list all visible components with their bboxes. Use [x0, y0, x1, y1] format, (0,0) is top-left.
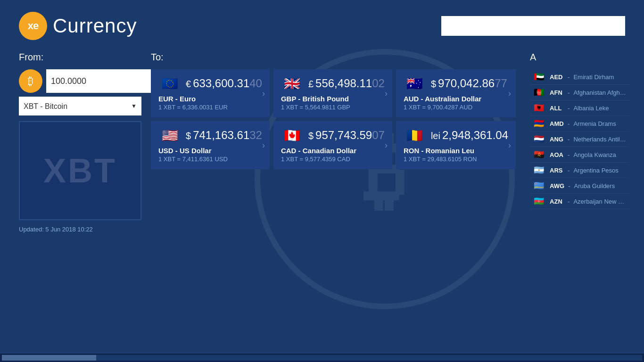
list-item[interactable]: 🇦🇼 AWG - Aruba Guilders: [530, 178, 629, 194]
scrollbar-container: [0, 354, 644, 362]
list-dash: -: [568, 151, 570, 158]
list-item[interactable]: 🇦🇫 AFN - Afghanistan Afghani: [530, 85, 629, 100]
card-bottom: CAD - Canadian Dollar 1 XBT = 9,577.4359…: [281, 147, 385, 163]
list-currency-code: AED: [550, 74, 564, 81]
currency-card[interactable]: 🇬🇧 £ 556,498.1102 GBP - British Pound 1 …: [273, 69, 392, 117]
scrollbar-track[interactable]: [2, 355, 642, 361]
card-rate: 1 XBT = 5,564.9811 GBP: [281, 104, 385, 111]
card-amount: $ 970,042.8677: [431, 77, 507, 90]
app-title: Currency: [53, 15, 137, 37]
list-item[interactable]: 🇦🇴 AOA - Angola Kwanza: [530, 147, 629, 163]
list-dash: -: [568, 136, 570, 143]
middle-panel: To: 🇪🇺 € 633,600.3140 EUR - Euro 1 XBT =…: [141, 52, 525, 233]
list-flag-icon: 🇦🇷: [532, 165, 546, 175]
currency-card[interactable]: 🇷🇴 lei 2,948,361.04 RON - Romanian Leu 1…: [396, 121, 516, 169]
card-bottom: AUD - Australian Dollar 1 XBT = 9,700.42…: [404, 95, 508, 111]
list-dash: -: [568, 105, 570, 112]
list-currency-code: AOA: [550, 151, 564, 158]
list-item[interactable]: 🇦🇲 AMD - Armenia Drams: [530, 116, 629, 132]
card-amount: € 633,600.3140: [186, 77, 262, 90]
card-rate: 1 XBT = 9,577.4359 CAD: [281, 156, 385, 163]
list-flag-icon: 🇦🇱: [532, 103, 546, 113]
flag-icon: 🇦🇺: [404, 76, 426, 91]
card-rate: 1 XBT = 29,483.6105 RON: [404, 156, 508, 163]
list-flag-icon: 🇦🇿: [532, 197, 546, 206]
list-currency-code: AZN: [550, 198, 564, 205]
chevron-right-icon: ›: [262, 140, 265, 150]
currency-card[interactable]: 🇦🇺 $ 970,042.8677 AUD - Australian Dolla…: [396, 69, 516, 117]
list-currency-code: AMD: [550, 120, 564, 127]
card-amount: $ 741,163.6132: [186, 129, 262, 142]
list-currency-name: Emirati Dirham: [573, 74, 614, 81]
sidebar-header: A: [530, 52, 629, 63]
list-currency-code: AFN: [550, 89, 564, 96]
list-currency-name: Azerbaijan New Manat: [573, 198, 627, 205]
left-panel: From: ₿ XBT - Bitcoin XBT Updated: 5 Jun…: [19, 52, 141, 233]
list-currency-code: ANG: [550, 136, 564, 143]
card-amount: lei 2,948,361.04: [431, 129, 508, 142]
card-top: 🇦🇺 $ 970,042.8677: [404, 76, 508, 91]
currency-card[interactable]: 🇨🇦 $ 957,743.5907 CAD - Canadian Dollar …: [273, 121, 392, 169]
scrollbar-thumb[interactable]: [2, 355, 96, 361]
list-currency-name: Aruba Guilders: [574, 182, 615, 189]
card-bottom: USD - US Dollar 1 XBT = 7,411.6361 USD: [158, 147, 262, 163]
xbt-watermark: XBT: [19, 121, 141, 220]
main-content: From: ₿ XBT - Bitcoin XBT Updated: 5 Jun…: [0, 52, 644, 233]
list-dash: -: [568, 89, 570, 96]
right-panel: A 🇦🇪 AED - Emirati Dirham 🇦🇫 AFN - Afgha…: [525, 52, 629, 233]
currency-card[interactable]: 🇺🇸 $ 741,163.6132 USD - US Dollar 1 XBT …: [151, 121, 270, 169]
logo-container: xe Currency: [19, 12, 137, 40]
card-rate: 1 XBT = 7,411.6361 USD: [158, 156, 262, 163]
list-currency-name: Angola Kwanza: [573, 151, 616, 158]
list-flag-icon: 🇳🇱: [532, 134, 546, 144]
list-item[interactable]: 🇦🇪 AED - Emirati Dirham: [530, 69, 629, 85]
flag-icon: 🇪🇺: [158, 76, 181, 91]
card-top: 🇬🇧 £ 556,498.1102: [281, 76, 385, 91]
list-item[interactable]: 🇦🇱 ALL - Albania Leke: [530, 100, 629, 116]
chevron-right-icon: ›: [508, 89, 511, 99]
list-dash: -: [568, 198, 570, 205]
bitcoin-icon: ₿: [19, 69, 42, 93]
chevron-right-icon: ›: [385, 140, 388, 150]
card-bottom: EUR - Euro 1 XBT = 6,336.0031 EUR: [158, 95, 262, 111]
currency-select[interactable]: XBT - Bitcoin: [19, 97, 141, 115]
list-flag-icon: 🇦🇫: [532, 88, 546, 97]
list-flag-icon: 🇦🇴: [532, 150, 546, 159]
flag-icon: 🇬🇧: [281, 76, 304, 91]
list-currency-name: Netherlands Antilles: [573, 136, 627, 143]
card-bottom: GBP - British Pound 1 XBT = 5,564.9811 G…: [281, 95, 385, 111]
list-currency-name: Argentina Pesos: [573, 167, 618, 174]
from-input-row: ₿: [19, 69, 141, 93]
flag-icon: 🇨🇦: [281, 128, 304, 143]
currency-card[interactable]: 🇪🇺 € 633,600.3140 EUR - Euro 1 XBT = 6,3…: [151, 69, 270, 117]
list-flag-icon: 🇦🇪: [532, 72, 546, 82]
chevron-right-icon: ›: [385, 89, 388, 99]
chevron-right-icon: ›: [508, 140, 511, 150]
list-dash: -: [568, 182, 570, 189]
card-currency-name: AUD - Australian Dollar: [404, 95, 508, 103]
currency-list: 🇦🇪 AED - Emirati Dirham 🇦🇫 AFN - Afghani…: [530, 69, 629, 209]
cards-grid: 🇪🇺 € 633,600.3140 EUR - Euro 1 XBT = 6,3…: [151, 69, 516, 169]
search-input[interactable]: [441, 16, 625, 36]
card-top: 🇨🇦 $ 957,743.5907: [281, 128, 385, 143]
list-currency-code: ALL: [550, 105, 564, 112]
header: xe Currency: [0, 0, 644, 52]
updated-text: Updated: 5 Jun 2018 10:22: [19, 226, 141, 233]
list-item[interactable]: 🇦🇷 ARS - Argentina Pesos: [530, 163, 629, 178]
card-currency-name: CAD - Canadian Dollar: [281, 147, 385, 155]
card-amount: $ 957,743.5907: [308, 129, 385, 142]
list-dash: -: [568, 120, 570, 127]
card-amount: £ 556,498.1102: [308, 77, 385, 90]
list-currency-name: Albania Leke: [573, 105, 609, 112]
list-item[interactable]: 🇦🇿 AZN - Azerbaijan New Manat: [530, 194, 629, 209]
card-rate: 1 XBT = 6,336.0031 EUR: [158, 104, 262, 111]
card-bottom: RON - Romanian Leu 1 XBT = 29,483.6105 R…: [404, 147, 508, 163]
list-currency-code: ARS: [550, 167, 564, 174]
list-dash: -: [568, 74, 570, 81]
list-flag-icon: 🇦🇼: [532, 181, 546, 190]
xe-logo: xe: [19, 12, 47, 40]
list-currency-name: Afghanistan Afghani: [573, 89, 627, 96]
currency-select-wrapper[interactable]: XBT - Bitcoin: [19, 97, 141, 115]
list-currency-code: AWG: [550, 182, 564, 189]
list-item[interactable]: 🇳🇱 ANG - Netherlands Antilles: [530, 132, 629, 147]
